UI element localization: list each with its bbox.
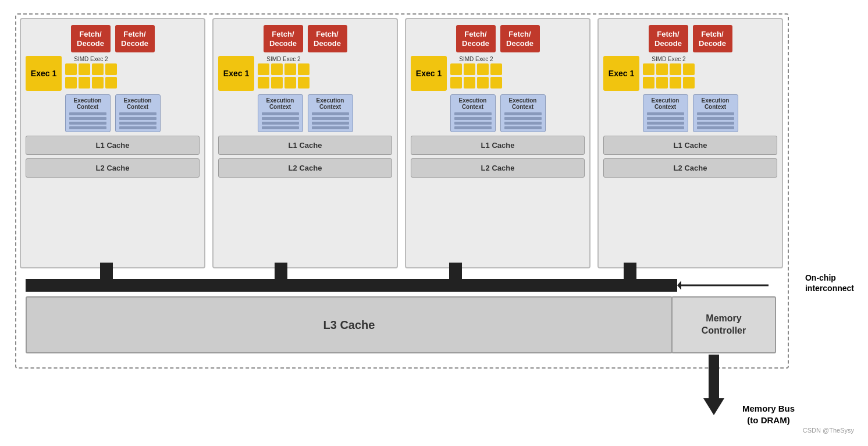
context-box-3a: ExecutionContext [450, 94, 496, 132]
fetch-decode-3a: Fetch/Decode [456, 25, 496, 52]
simd-cell [79, 77, 90, 89]
context-lines [647, 112, 684, 129]
context-line [454, 122, 492, 125]
diagram-wrapper: Fetch/Decode Fetch/Decode Exec 1 SIMD Ex… [9, 8, 859, 438]
context-line [119, 126, 156, 129]
context-line [69, 126, 106, 129]
simd-cell [92, 63, 104, 75]
simd-area-1: SIMD Exec 2 [65, 56, 117, 89]
simd-cell [65, 63, 77, 75]
simd-label-1: SIMD Exec 2 [74, 56, 108, 62]
context-row-4: ExecutionContext ExecutionContext [603, 94, 777, 132]
context-line [454, 126, 492, 129]
context-lines [69, 112, 106, 129]
fetch-decode-2a: Fetch/Decode [264, 25, 303, 52]
context-box-4a: ExecutionContext [643, 94, 688, 132]
simd-label-4: SIMD Exec 2 [652, 56, 685, 62]
simd-cell [643, 63, 654, 75]
context-box-2b: ExecutionContext [308, 94, 353, 132]
context-line [312, 117, 349, 120]
memory-bus-text: Memory Bus(to DRAM) [742, 403, 795, 425]
simd-cell [105, 77, 117, 89]
simd-cell [79, 63, 90, 75]
fetch-decode-4a: Fetch/Decode [649, 25, 688, 52]
context-line [69, 112, 106, 115]
context-label: ExecutionContext [504, 97, 542, 110]
l2-cache-3: L2 Cache [411, 158, 585, 178]
fetch-decode-1a: Fetch/Decode [71, 25, 111, 52]
context-line [504, 112, 542, 115]
mem-bus-arrowhead [703, 398, 724, 415]
context-label: ExecutionContext [312, 97, 349, 110]
context-label: ExecutionContext [119, 97, 156, 110]
exec-row-3: Exec 1 SIMD Exec 2 [411, 56, 585, 91]
l3-cache-label: L3 Cache [323, 318, 375, 332]
simd-grid-4 [643, 63, 695, 89]
context-line [454, 112, 492, 115]
simd-cell [477, 77, 489, 89]
simd-area-3: SIMD Exec 2 [450, 56, 502, 89]
context-line [119, 112, 156, 115]
core-block-3: Fetch/Decode Fetch/Decode Exec 1 SIMD Ex… [405, 18, 590, 268]
simd-cell [656, 63, 668, 75]
context-box-4b: ExecutionContext [693, 94, 738, 132]
simd-label-2: SIMD Exec 2 [266, 56, 300, 62]
simd-cell [284, 63, 296, 75]
l3-cache: L3 Cache [26, 296, 673, 353]
context-line [262, 122, 299, 125]
context-lines [454, 112, 492, 129]
core-block-1: Fetch/Decode Fetch/Decode Exec 1 SIMD Ex… [20, 18, 205, 268]
context-box-3b: ExecutionContext [500, 94, 546, 132]
core-block-4: Fetch/Decode Fetch/Decode Exec 1 SIMD Ex… [597, 18, 783, 268]
simd-grid-1 [65, 63, 117, 89]
exec-row-4: Exec 1 SIMD Exec 2 [603, 56, 777, 91]
simd-cell [670, 63, 681, 75]
fetch-row-4: Fetch/Decode Fetch/Decode [603, 25, 777, 52]
simd-area-2: SIMD Exec 2 [258, 56, 310, 89]
simd-cell [298, 77, 310, 89]
context-line [312, 112, 349, 115]
l1-cache-2: L1 Cache [218, 136, 392, 155]
context-row-1: ExecutionContext ExecutionContext [26, 94, 200, 132]
context-line [697, 122, 734, 125]
exec1-2: Exec 1 [218, 56, 254, 91]
simd-cell [298, 63, 310, 75]
fetch-decode-1b: Fetch/Decode [115, 25, 155, 52]
watermark-text: CSDN @TheSysy [803, 427, 854, 434]
context-line [312, 126, 349, 129]
on-chip-text: On-chipinterconnect [805, 273, 854, 293]
simd-grid-3 [450, 63, 502, 89]
on-chip-label: On-chipinterconnect [805, 272, 854, 293]
simd-cell [271, 77, 283, 89]
context-label: ExecutionContext [262, 97, 299, 110]
exec-row-2: Exec 1 SIMD Exec 2 [218, 56, 392, 91]
context-box-1b: ExecutionContext [115, 94, 161, 132]
simd-cell [105, 63, 117, 75]
context-line [454, 117, 492, 120]
context-line [647, 112, 684, 115]
fetch-row-3: Fetch/Decode Fetch/Decode [411, 25, 585, 52]
context-row-2: ExecutionContext ExecutionContext [218, 94, 392, 132]
fetch-row-2: Fetch/Decode Fetch/Decode [218, 25, 392, 52]
simd-cell [464, 63, 475, 75]
simd-area-4: SIMD Exec 2 [643, 56, 695, 89]
fetch-row-1: Fetch/Decode Fetch/Decode [26, 25, 200, 52]
fetch-decode-2b: Fetch/Decode [308, 25, 347, 52]
watermark: CSDN @TheSysy [803, 427, 854, 434]
l1-cache-1: L1 Cache [26, 136, 200, 155]
memory-controller: MemoryController [671, 296, 776, 353]
simd-cell [683, 63, 695, 75]
exec1-4: Exec 1 [603, 56, 639, 91]
simd-cell [65, 77, 77, 89]
context-lines [504, 112, 542, 129]
l1-cache-4: L1 Cache [603, 136, 777, 155]
context-label: ExecutionContext [69, 97, 106, 110]
simd-cell [92, 77, 104, 89]
context-box-1a: ExecutionContext [65, 94, 111, 132]
context-line [647, 122, 684, 125]
simd-cell [490, 77, 502, 89]
simd-cell [271, 63, 283, 75]
simd-cell [656, 77, 668, 89]
context-line [69, 117, 106, 120]
simd-cell [683, 77, 695, 89]
